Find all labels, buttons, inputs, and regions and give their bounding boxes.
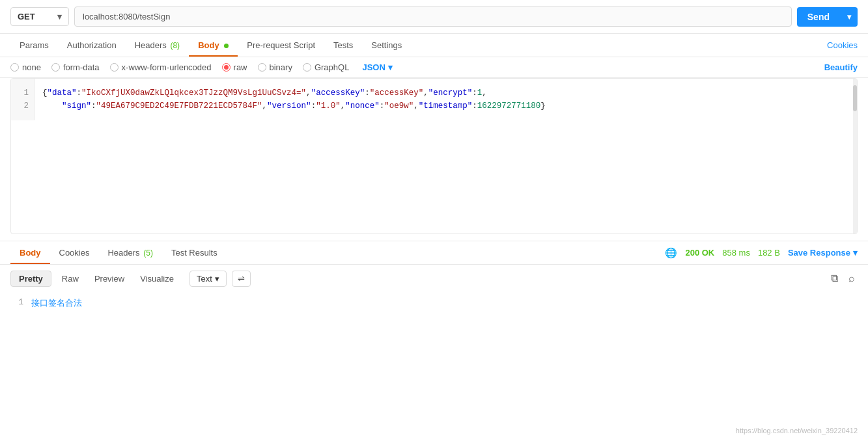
response-line-1: 1 接口签名合法 bbox=[10, 297, 858, 309]
pretty-button[interactable]: Pretty bbox=[10, 271, 51, 287]
beautify-button[interactable]: Beautify bbox=[824, 62, 858, 72]
tab-settings[interactable]: Settings bbox=[362, 34, 411, 57]
tab-body[interactable]: Body bbox=[189, 34, 238, 57]
editor-scrollbar[interactable] bbox=[853, 79, 857, 234]
radio-graphql[interactable]: GraphQL bbox=[303, 62, 349, 72]
body-options-row: none form-data x-www-form-urlencoded raw… bbox=[0, 57, 868, 78]
radio-form-data-circle bbox=[51, 63, 60, 72]
response-size: 182 B bbox=[758, 248, 780, 258]
response-tabs: Body Cookies Headers (5) Test Results 🌐 … bbox=[0, 241, 868, 265]
url-input[interactable] bbox=[74, 7, 792, 27]
raw-button[interactable]: Raw bbox=[57, 271, 84, 286]
visualize-button[interactable]: Visualize bbox=[135, 271, 179, 286]
scrollbar-thumb bbox=[853, 85, 857, 111]
tab-tests[interactable]: Tests bbox=[324, 34, 362, 57]
request-bar: GET ▾ Send ▾ bbox=[0, 0, 868, 34]
send-button[interactable]: Send ▾ bbox=[797, 7, 858, 27]
method-selector[interactable]: GET ▾ bbox=[10, 7, 69, 26]
line-numbers: 1 2 bbox=[11, 79, 35, 120]
response-line-number: 1 bbox=[10, 297, 23, 309]
cookies-link[interactable]: Cookies bbox=[827, 40, 858, 50]
response-status-info: 🌐 200 OK 858 ms 182 B Save Response ▾ bbox=[665, 247, 858, 259]
response-headers-badge: (5) bbox=[143, 248, 153, 258]
copy-icon[interactable]: ⧉ bbox=[828, 270, 841, 287]
radio-urlencoded-circle bbox=[110, 63, 119, 72]
status-code: 200 OK bbox=[685, 248, 714, 258]
preview-button[interactable]: Preview bbox=[89, 271, 130, 286]
radio-none[interactable]: none bbox=[10, 62, 41, 72]
response-tab-cookies[interactable]: Cookies bbox=[50, 241, 99, 264]
request-tabs: Params Authorization Headers (8) Body Pr… bbox=[0, 34, 868, 57]
radio-raw-circle bbox=[222, 63, 231, 72]
response-tab-test-results[interactable]: Test Results bbox=[162, 241, 227, 264]
radio-graphql-circle bbox=[303, 63, 311, 72]
radio-form-data[interactable]: form-data bbox=[51, 62, 100, 72]
radio-binary[interactable]: binary bbox=[258, 62, 292, 72]
response-right-icons: ⧉ ⌕ bbox=[828, 270, 858, 287]
format-chevron-icon: ▾ bbox=[388, 62, 393, 72]
send-label: Send bbox=[797, 12, 840, 22]
text-format-chevron-icon: ▾ bbox=[215, 274, 219, 284]
response-time: 858 ms bbox=[722, 248, 750, 258]
response-tab-headers[interactable]: Headers (5) bbox=[98, 241, 161, 264]
radio-raw[interactable]: raw bbox=[222, 62, 247, 72]
save-response-chevron-icon: ▾ bbox=[853, 248, 858, 258]
filter-button[interactable]: ⇌ bbox=[232, 271, 251, 287]
body-active-dot bbox=[224, 44, 229, 48]
search-icon[interactable]: ⌕ bbox=[846, 270, 858, 287]
code-editor[interactable]: 1 2 {"data":"IkoCXfjUX0dawZkLQlqkcex3TJz… bbox=[10, 78, 858, 234]
response-format-row: Pretty Raw Preview Visualize Text ▾ ⇌ ⧉ … bbox=[0, 265, 868, 292]
send-dropdown-icon[interactable]: ▾ bbox=[841, 12, 858, 21]
tab-prerequest[interactable]: Pre-request Script bbox=[238, 34, 324, 57]
format-selector[interactable]: JSON ▾ bbox=[362, 62, 392, 72]
code-content[interactable]: {"data":"IkoCXfjUX0dawZkLQlqkcex3TJzzQM9… bbox=[35, 79, 857, 120]
radio-binary-circle bbox=[258, 63, 266, 72]
tab-authorization[interactable]: Authorization bbox=[58, 34, 126, 57]
response-body-area: 1 接口签名合法 bbox=[0, 292, 868, 314]
tab-params[interactable]: Params bbox=[10, 34, 58, 57]
headers-badge: (8) bbox=[170, 41, 180, 50]
filter-icon: ⇌ bbox=[238, 274, 245, 284]
response-line-content: 接口签名合法 bbox=[31, 297, 82, 309]
response-tab-body[interactable]: Body bbox=[10, 241, 50, 264]
radio-urlencoded[interactable]: x-www-form-urlencoded bbox=[110, 62, 212, 72]
method-chevron-icon: ▾ bbox=[57, 12, 62, 21]
globe-icon: 🌐 bbox=[665, 247, 677, 259]
tab-headers[interactable]: Headers (8) bbox=[126, 34, 189, 57]
save-response-button[interactable]: Save Response ▾ bbox=[788, 248, 858, 258]
method-label: GET bbox=[18, 12, 35, 21]
radio-none-circle bbox=[10, 63, 19, 72]
text-format-selector[interactable]: Text ▾ bbox=[189, 271, 227, 287]
